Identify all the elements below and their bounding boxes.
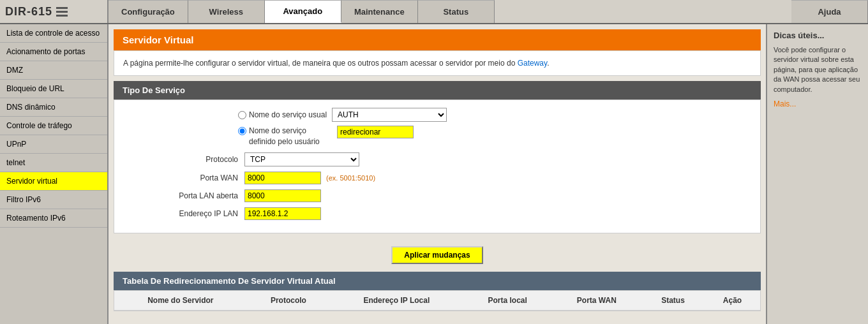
porta-lan-input[interactable] — [244, 189, 321, 202]
sidebar-item-acionamento-portas[interactable]: Acionamento de portas — [0, 43, 107, 61]
help-sidebar: Dicas úteis... Você pode configurar o se… — [766, 24, 868, 324]
logo-bar-2 — [56, 11, 68, 13]
table-title: Tabela De Redirecionamento De Servidor V… — [114, 272, 761, 290]
sidebar-item-upnp[interactable]: UPnP — [0, 135, 107, 154]
porta-lan-row: Porta LAN aberta — [123, 189, 751, 202]
logo-bar-1 — [56, 7, 68, 9]
sidebar-item-dns-dinamico[interactable]: DNS dinâmico — [0, 98, 107, 117]
col-porta-local: Porta local — [463, 291, 552, 311]
radio-row-1: Nome do serviço usual AUTH DNS FTP HTTP … — [123, 108, 751, 122]
top-navigation: DIR-615 Configuração Wireless Avançado M… — [0, 0, 868, 24]
radio-usual-label: Nome do serviço usual — [249, 110, 327, 119]
ip-lan-input[interactable] — [244, 207, 321, 220]
form-section: Nome do serviço usual AUTH DNS FTP HTTP … — [114, 99, 761, 233]
tab-configuracao[interactable]: Configuração — [108, 0, 188, 23]
sidebar-item-roteamento-ipv6[interactable]: Roteamento IPv6 — [0, 209, 107, 228]
radio-usual[interactable] — [238, 111, 246, 119]
logo-area: DIR-615 — [0, 0, 108, 23]
sidebar-item-telnet[interactable]: telnet — [0, 154, 107, 172]
sidebar: Lista de controle de acesso Acionamento … — [0, 24, 108, 324]
gateway-link[interactable]: Gateway — [518, 59, 547, 68]
description-text: A página permite-lhe configurar o servid… — [123, 59, 549, 68]
user-service-input[interactable] — [337, 126, 414, 138]
porta-wan-label: Porta WAN — [123, 173, 238, 182]
nav-tabs-container: Configuração Wireless Avançado Maintenan… — [108, 0, 868, 23]
col-status: Status — [641, 291, 705, 311]
sidebar-item-dmz[interactable]: DMZ — [0, 61, 107, 80]
protocol-label: Protocolo — [123, 155, 238, 164]
tab-avancado[interactable]: Avançado — [265, 0, 341, 23]
tab-wireless[interactable]: Wireless — [188, 0, 265, 23]
help-title: Dicas úteis... — [774, 31, 862, 40]
protocol-select[interactable]: TCP UDP TCP and UDP — [244, 152, 359, 166]
table-header-row: Nome do Servidor Protocolo Endereço IP L… — [114, 291, 760, 311]
porta-wan-hint: (ex. 5001:5010) — [326, 174, 375, 182]
porta-wan-row: Porta WAN (ex. 5001:5010) — [123, 172, 751, 184]
virtual-server-table: Nome do Servidor Protocolo Endereço IP L… — [114, 291, 760, 311]
tab-maintenance[interactable]: Maintenance — [341, 0, 418, 23]
data-table-container: Nome do Servidor Protocolo Endereço IP L… — [114, 290, 761, 311]
service-select[interactable]: AUTH DNS FTP HTTP HTTPS IMAP — [332, 108, 447, 122]
col-endereco-ip: Endereço IP Local — [330, 291, 463, 311]
radio-row-2: Nome do serviço definido pelo usuário — [123, 126, 751, 147]
apply-button[interactable]: Aplicar mudanças — [391, 246, 483, 264]
porta-lan-label: Porta LAN aberta — [123, 191, 238, 200]
page-title: Servidor Virtual — [114, 29, 761, 50]
radio-custom[interactable] — [238, 127, 246, 135]
page-description: A página permite-lhe configurar o servid… — [114, 50, 761, 76]
ip-lan-label: Endereço IP LAN — [123, 209, 238, 218]
tab-ajuda[interactable]: Ajuda — [791, 0, 868, 23]
help-text: Você pode configurar o servidor virtual … — [774, 45, 862, 94]
logo-model: DIR-615 — [5, 5, 52, 18]
main-container: Lista de controle de acesso Acionamento … — [0, 24, 868, 324]
logo-decoration — [56, 7, 68, 17]
col-protocolo: Protocolo — [247, 291, 330, 311]
porta-wan-input[interactable] — [244, 172, 321, 184]
ip-lan-row: Endereço IP LAN — [123, 207, 751, 220]
protocol-row: Protocolo TCP UDP TCP and UDP — [123, 152, 751, 166]
sidebar-item-controle-trafego[interactable]: Controle de tráfego — [0, 117, 107, 135]
sidebar-item-filtro-ipv6[interactable]: Filtro IPv6 — [0, 191, 107, 209]
tipo-servico-title: Tipo De Serviço — [114, 81, 761, 99]
apply-button-row: Aplicar mudanças — [108, 239, 766, 272]
logo-bar-3 — [56, 15, 68, 17]
radio-custom-label: Nome do serviço definido pelo usuário — [249, 126, 332, 147]
content-area: Servidor Virtual A página permite-lhe co… — [108, 24, 766, 324]
tab-status[interactable]: Status — [418, 0, 495, 23]
col-nome-servidor: Nome do Servidor — [114, 291, 247, 311]
col-porta-wan: Porta WAN — [552, 291, 641, 311]
sidebar-item-servidor-virtual[interactable]: Servidor virtual — [0, 172, 107, 191]
col-acao: Ação — [705, 291, 760, 311]
sidebar-item-bloqueio-url[interactable]: Bloqueio de URL — [0, 80, 107, 98]
sidebar-item-lista-controle[interactable]: Lista de controle de acesso — [0, 24, 107, 43]
help-more-link[interactable]: Mais... — [774, 99, 796, 108]
